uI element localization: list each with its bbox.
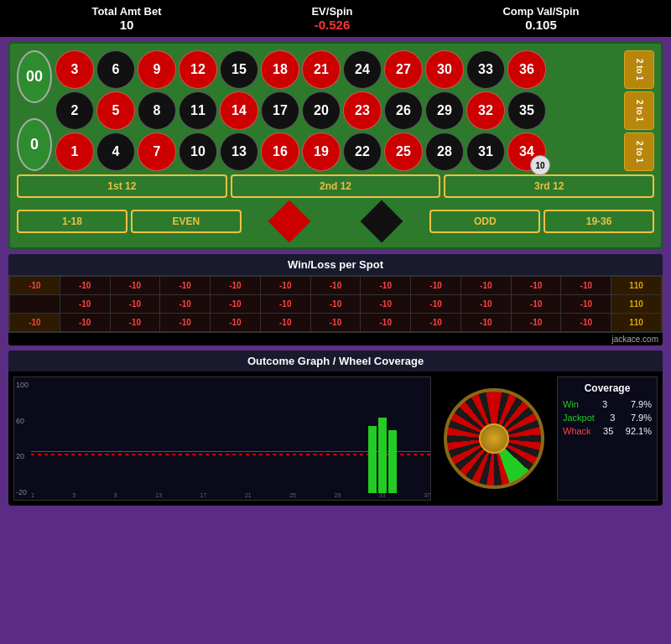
wl-cell-r2-c4: -10 [211, 314, 260, 331]
wl-cell-r1-c8: -10 [411, 295, 460, 313]
coverage-title: Coverage [563, 382, 652, 394]
number-19[interactable]: 19 [302, 132, 341, 171]
roulette-table: 00 0 36912151821242730333625811141720232… [8, 42, 663, 249]
number-23[interactable]: 23 [343, 91, 382, 130]
number-11[interactable]: 11 [179, 91, 217, 130]
wl-cell-r0-c4: -10 [211, 277, 260, 294]
ev-spin-value: -0.526 [315, 18, 351, 32]
number-17[interactable]: 17 [261, 91, 299, 130]
bet-odd[interactable]: ODD [429, 210, 540, 233]
number-1[interactable]: 1 [55, 132, 94, 171]
number-grid: 3691215182124273033362581114172023262932… [55, 50, 621, 171]
number-4[interactable]: 4 [96, 132, 135, 171]
third-dozen[interactable]: 3rd 12 [444, 174, 654, 198]
wl-cell-r0-c1: -10 [60, 277, 110, 294]
number-35[interactable]: 35 [507, 91, 546, 130]
roulette-wheel [444, 388, 544, 489]
winloss-grid: -10-10-10-10-10-10-10-10-10-10-10-10110-… [8, 275, 663, 333]
number-22[interactable]: 22 [343, 132, 382, 171]
bet-red[interactable] [245, 202, 334, 241]
number-21[interactable]: 21 [302, 50, 341, 89]
wl-cell-r0-c8: -10 [411, 277, 460, 294]
coverage-box: Coverage Win 3 7.9% Jackpot 3 7.9% Whack… [557, 377, 658, 501]
number-34[interactable]: 34 [507, 132, 546, 171]
bet-even[interactable]: EVEN [131, 210, 242, 233]
wl-cell-r2-c9: -10 [461, 314, 511, 331]
second-dozen[interactable]: 2nd 12 [231, 174, 441, 198]
wl-cell-r0-c0: -10 [10, 277, 60, 294]
bottom-bets: 1-18 EVEN ODD 19-36 [17, 202, 654, 241]
number-8[interactable]: 8 [138, 91, 176, 130]
win-label: Win [563, 399, 579, 409]
x-axis: 1 5 9 13 17 21 25 29 33 37 [31, 492, 430, 498]
number-2[interactable]: 2 [55, 91, 94, 130]
number-28[interactable]: 28 [425, 132, 464, 171]
jackpot-count: 3 [610, 413, 615, 423]
double-zero[interactable]: 00 [17, 50, 52, 103]
number-10[interactable]: 10 [179, 132, 217, 171]
number-15[interactable]: 15 [220, 50, 258, 89]
wl-cell-r0-c5: -10 [261, 277, 310, 294]
red-diamond-icon [268, 200, 310, 243]
comp-val-label: Comp Val/Spin [502, 5, 579, 18]
bet-1-18[interactable]: 1-18 [17, 210, 127, 233]
bet-black[interactable] [337, 202, 426, 241]
number-3[interactable]: 3 [55, 50, 94, 89]
number-5[interactable]: 5 [96, 91, 135, 130]
two-to-one-bot[interactable]: 2 to 1 [624, 132, 654, 171]
wl-cell-r1-c1: -10 [60, 295, 110, 313]
win-bar-1 [368, 426, 377, 493]
graph-title: Outcome Graph / Wheel Coverage [8, 351, 663, 371]
wheel-container [440, 377, 549, 501]
wl-cell-r2-c10: -10 [512, 314, 561, 331]
number-12[interactable]: 12 [179, 50, 217, 89]
win-bar-3 [388, 430, 397, 493]
number-29[interactable]: 29 [425, 91, 464, 130]
number-9[interactable]: 9 [138, 50, 176, 89]
dozen-bets: 1st 12 2nd 12 3rd 12 [17, 174, 654, 198]
coverage-jackpot-row: Jackpot 3 7.9% [563, 413, 652, 423]
number-16[interactable]: 16 [261, 132, 299, 171]
wl-cell-r2-c3: -10 [160, 314, 210, 331]
winloss-title: Win/Loss per Spot [8, 254, 663, 275]
number-25[interactable]: 25 [384, 132, 423, 171]
number-31[interactable]: 31 [466, 132, 505, 171]
number-27[interactable]: 27 [384, 50, 423, 89]
wl-cell-r0-c7: -10 [361, 277, 410, 294]
wl-cell-r1-c0 [10, 295, 60, 313]
coverage-whack-row: Whack 35 92.1% [563, 426, 652, 436]
wl-cell-r1-c2: -10 [111, 295, 160, 313]
wl-cell-r2-c12: 110 [611, 314, 661, 331]
number-7[interactable]: 7 [138, 132, 176, 171]
win-bar-2 [378, 418, 387, 493]
number-20[interactable]: 20 [302, 91, 341, 130]
wl-cell-r1-c5: -10 [261, 295, 310, 313]
wl-cell-r0-c10: -10 [512, 277, 561, 294]
number-6[interactable]: 6 [96, 50, 135, 89]
first-dozen[interactable]: 1st 12 [17, 174, 227, 198]
header: Total Amt Bet 10 EV/Spin -0.526 Comp Val… [0, 0, 671, 37]
number-14[interactable]: 14 [220, 91, 258, 130]
wl-cell-r2-c0: -10 [10, 314, 60, 331]
wl-cell-r1-c3: -10 [160, 295, 210, 313]
number-26[interactable]: 26 [384, 91, 423, 130]
number-33[interactable]: 33 [466, 50, 505, 89]
bet-19-36[interactable]: 19-36 [544, 210, 654, 233]
number-32[interactable]: 32 [466, 91, 505, 130]
two-to-one-mid[interactable]: 2 to 1 [624, 91, 654, 130]
wl-cell-r2-c6: -10 [311, 314, 361, 331]
number-30[interactable]: 30 [425, 50, 464, 89]
number-13[interactable]: 13 [220, 132, 258, 171]
whack-count: 35 [603, 426, 613, 436]
jackace-attribution: jackace.com [8, 333, 663, 345]
wl-cell-r2-c8: -10 [411, 314, 460, 331]
number-36[interactable]: 36 [507, 50, 546, 89]
total-amt-bet: Total Amt Bet 10 [91, 5, 161, 32]
ev-spin: EV/Spin -0.526 [311, 5, 352, 32]
two-to-one-column: 2 to 1 2 to 1 2 to 1 [624, 50, 654, 171]
number-24[interactable]: 24 [343, 50, 382, 89]
single-zero[interactable]: 0 [17, 118, 52, 171]
winloss-section: Win/Loss per Spot -10-10-10-10-10-10-10-… [8, 254, 663, 345]
number-18[interactable]: 18 [261, 50, 299, 89]
two-to-one-top[interactable]: 2 to 1 [624, 50, 654, 89]
